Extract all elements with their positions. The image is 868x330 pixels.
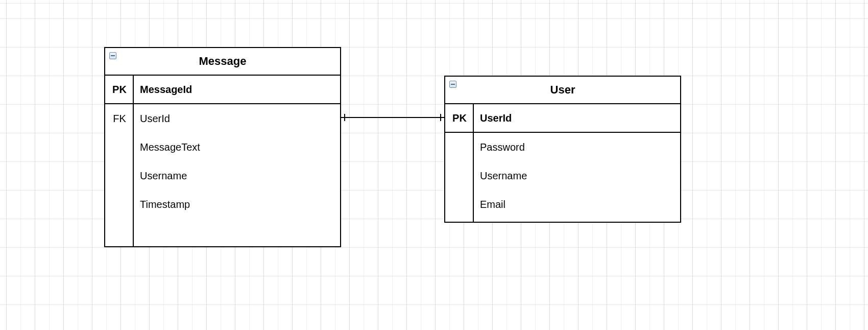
entity-user-title: User [550, 83, 575, 97]
attr-field: Password [474, 133, 680, 161]
entity-message-attr-row: MessageText [105, 133, 340, 161]
entity-message-title: Message [199, 55, 247, 68]
attr-field: Timestamp [134, 190, 340, 219]
attr-spacer [105, 219, 340, 239]
entity-message-header[interactable]: Message [105, 48, 340, 76]
entity-message-pk-row: PK MessageId [105, 76, 340, 104]
attr-field: UserId [134, 104, 340, 133]
entity-message-keycol [105, 76, 134, 247]
entity-message-body: PK MessageId FK UserId MessageText Usern… [105, 76, 340, 247]
entity-message-attr-row: FK UserId [105, 104, 340, 133]
entity-user-attr-row: Email [445, 190, 680, 219]
pk-field: MessageId [134, 76, 340, 103]
attr-field: MessageText [134, 133, 340, 161]
entity-message-attr-row: Timestamp [105, 190, 340, 219]
entity-message-attr-row: Username [105, 161, 340, 190]
collapse-icon[interactable] [449, 81, 456, 88]
entity-user-body: PK UserId Password Username Email [445, 104, 680, 223]
collapse-icon[interactable] [109, 52, 116, 59]
entity-user-keycol [445, 104, 474, 223]
entity-user-attr-row: Password [445, 133, 680, 161]
entity-user-header[interactable]: User [445, 77, 680, 104]
entity-user-pk-row: PK UserId [445, 104, 680, 133]
relationship-connector [341, 117, 444, 118]
attr-field: Email [474, 190, 680, 219]
connector-tick-left [344, 114, 345, 121]
connector-tick-right [440, 114, 441, 121]
entity-message[interactable]: Message PK MessageId FK UserId MessageTe… [104, 47, 341, 247]
entity-user-attr-row: Username [445, 161, 680, 190]
entity-user[interactable]: User PK UserId Password Username Email [444, 76, 681, 223]
attr-field: Username [474, 161, 680, 190]
pk-field: UserId [474, 104, 680, 132]
attr-field: Username [134, 161, 340, 190]
